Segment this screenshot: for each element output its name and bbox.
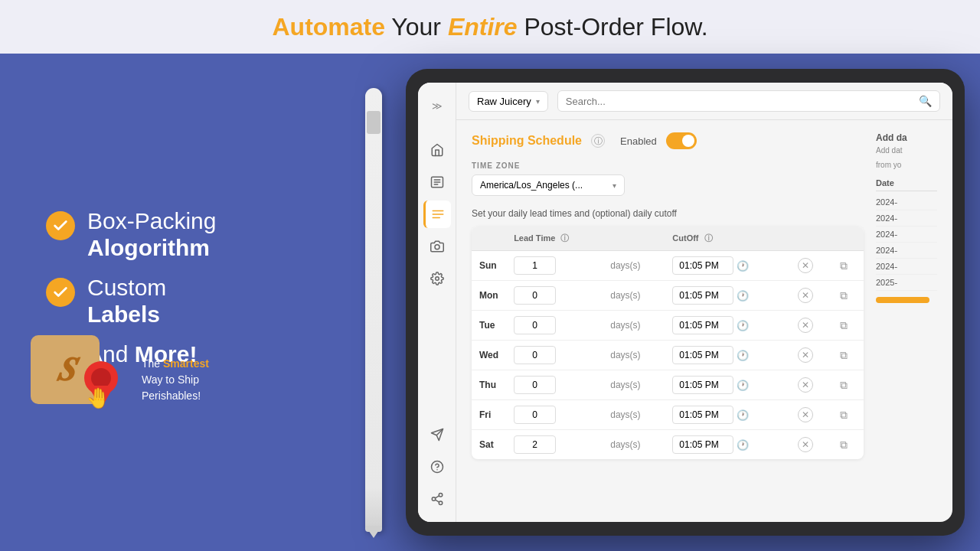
enabled-toggle[interactable] — [666, 132, 697, 149]
lead-time-input-2[interactable] — [514, 316, 556, 334]
remove-cell-2: ✕ — [790, 311, 832, 341]
copy-icon-6[interactable]: ⧉ — [840, 439, 848, 451]
right-panel-button[interactable] — [876, 297, 929, 303]
days-suffix-cell-5: days(s) — [603, 400, 665, 430]
clock-icon-5[interactable]: 🕐 — [737, 409, 749, 421]
cutoff-cell-1: 🕐 — [665, 281, 790, 311]
check-circle-1 — [46, 211, 75, 240]
clock-icon-6[interactable]: 🕐 — [737, 439, 749, 451]
feature-text-2: Custom Labels — [87, 275, 166, 328]
cutoff-info-icon[interactable]: ⓘ — [704, 233, 713, 243]
sidebar-item-shipping[interactable] — [423, 201, 451, 228]
main-panel: Shipping Schedule ⓘ Enabled TIME ZONE Am… — [472, 132, 864, 510]
remove-icon-0[interactable]: ✕ — [798, 258, 813, 273]
logo-s: 𝑺 — [57, 351, 74, 388]
date-item-4: 2024- — [876, 259, 937, 275]
remove-icon-3[interactable]: ✕ — [798, 347, 813, 363]
sidebar-item-send[interactable] — [423, 421, 451, 448]
sidebar-item-home[interactable] — [423, 136, 451, 164]
store-chevron-icon: ▾ — [536, 97, 540, 106]
copy-cell-4: ⧉ — [832, 370, 864, 400]
col-header-copy — [832, 227, 864, 251]
remove-icon-5[interactable]: ✕ — [798, 407, 813, 422]
clock-icon-4[interactable]: 🕐 — [737, 380, 749, 391]
lead-time-input-6[interactable] — [514, 435, 556, 454]
day-cell-2: Tue — [472, 311, 506, 341]
copy-icon-4[interactable]: ⧉ — [840, 379, 848, 391]
copy-icon-0[interactable]: ⧉ — [840, 259, 848, 272]
feature-item-1: Box-Packing Alogorithm — [46, 208, 345, 261]
lead-time-info-icon[interactable]: ⓘ — [560, 233, 569, 243]
lead-time-input-0[interactable] — [514, 256, 556, 275]
time-field-2[interactable] — [672, 316, 733, 334]
page-title-info-icon[interactable]: ⓘ — [591, 134, 605, 148]
timezone-chevron-icon: ▾ — [612, 181, 616, 190]
time-field-5[interactable] — [672, 406, 733, 424]
sidebar-item-share[interactable] — [423, 485, 451, 513]
pencil-area — [358, 84, 389, 536]
search-input[interactable] — [566, 96, 914, 107]
remove-icon-1[interactable]: ✕ — [798, 288, 813, 303]
lead-time-input-5[interactable] — [514, 406, 556, 424]
lead-time-input-3[interactable] — [514, 346, 556, 364]
store-name: Raw Juicery — [477, 96, 531, 107]
timezone-label: TIME ZONE — [472, 161, 864, 170]
time-field-4[interactable] — [672, 376, 733, 394]
right-panel-sub1: Add dat — [876, 146, 937, 155]
left-side: Box-Packing Alogorithm Custom Labels — [0, 185, 375, 419]
remove-cell-1: ✕ — [790, 281, 832, 311]
table-row: Mon days(s) 🕐 ✕ ⧉ — [472, 281, 864, 311]
sidebar-item-orders[interactable] — [423, 168, 451, 196]
clock-icon-0[interactable]: 🕐 — [737, 260, 749, 272]
page-header: Shipping Schedule ⓘ Enabled — [472, 132, 864, 149]
table-row: Wed days(s) 🕐 ✕ ⧉ — [472, 341, 864, 370]
timezone-select[interactable]: America/Los_Angeles (... ▾ — [472, 174, 625, 196]
remove-icon-2[interactable]: ✕ — [798, 318, 813, 333]
feature-text-1: Box-Packing Alogorithm — [87, 208, 216, 261]
copy-icon-1[interactable]: ⧉ — [840, 289, 848, 302]
right-panel: Add da Add dat from yo Date 2024-2024-20… — [876, 132, 937, 510]
cutoff-cell-6: 🕐 — [665, 430, 790, 460]
time-field-0[interactable] — [672, 256, 733, 275]
days-suffix-cell-6: days(s) — [603, 430, 665, 460]
time-field-6[interactable] — [672, 435, 733, 454]
days-text-6: days(s) — [610, 439, 640, 450]
hand-icon: 🤚 — [86, 386, 110, 410]
lead-time-cell-3 — [506, 341, 603, 370]
sidebar-collapse-icon[interactable]: ≫ — [423, 92, 451, 119]
copy-icon-5[interactable]: ⧉ — [840, 409, 848, 421]
copy-icon-3[interactable]: ⧉ — [840, 349, 848, 361]
days-suffix-cell-1: days(s) — [603, 281, 665, 311]
lead-time-cell-2 — [506, 311, 603, 341]
time-field-3[interactable] — [672, 346, 733, 364]
sidebar-item-camera[interactable] — [423, 233, 451, 260]
clock-icon-1[interactable]: 🕐 — [737, 290, 749, 302]
apple-pencil — [365, 88, 382, 532]
banner-text: Automate Your Entire Post-Order Flow. — [272, 13, 707, 41]
svg-point-10 — [435, 245, 439, 249]
sidebar-item-help[interactable] — [423, 453, 451, 481]
time-field-1[interactable] — [672, 286, 733, 305]
sidebar-item-settings[interactable] — [423, 265, 451, 292]
clock-icon-3[interactable]: 🕐 — [737, 350, 749, 361]
days-text-1: days(s) — [610, 290, 640, 301]
lead-time-input-4[interactable] — [514, 376, 556, 394]
time-input-2: 🕐 — [672, 316, 782, 334]
lead-time-cell-5 — [506, 400, 603, 430]
lead-time-cell-1 — [506, 281, 603, 311]
right-panel-title: Add da — [876, 132, 937, 143]
lead-time-input-1[interactable] — [514, 286, 556, 305]
col-header-cutoff: CutOff ⓘ — [665, 227, 790, 251]
copy-icon-2[interactable]: ⧉ — [840, 319, 848, 331]
remove-icon-4[interactable]: ✕ — [798, 377, 813, 393]
check-circle-2 — [46, 278, 75, 307]
store-selector[interactable]: Raw Juicery ▾ — [469, 91, 548, 112]
svg-line-20 — [435, 496, 439, 498]
feature-item-2: Custom Labels — [46, 275, 345, 328]
remove-cell-5: ✕ — [790, 400, 832, 430]
time-input-6: 🕐 — [672, 435, 782, 454]
copy-cell-2: ⧉ — [832, 311, 864, 341]
search-icon[interactable]: 🔍 — [919, 95, 932, 107]
remove-icon-6[interactable]: ✕ — [798, 437, 813, 452]
clock-icon-2[interactable]: 🕐 — [737, 320, 749, 331]
